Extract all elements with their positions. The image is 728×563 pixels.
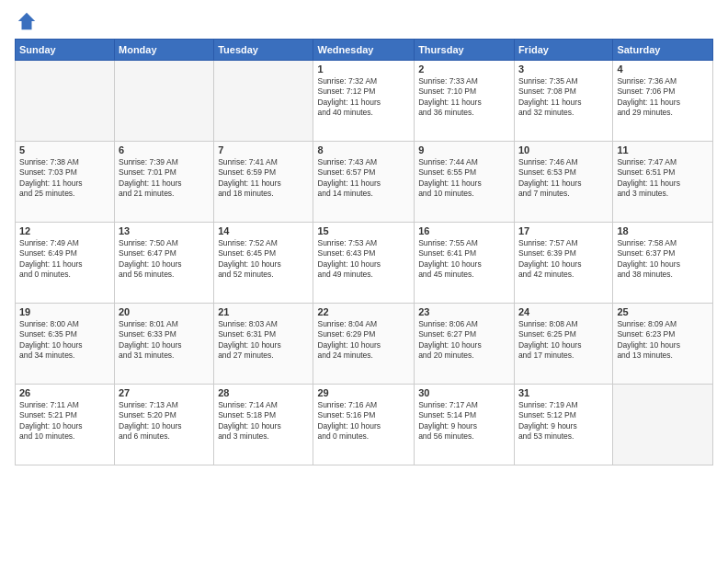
day-info: Sunrise: 7:35 AM Sunset: 7:08 PM Dayligh… [518, 76, 609, 119]
day-number: 4 [617, 63, 709, 75]
day-number: 29 [317, 387, 410, 398]
day-info: Sunrise: 7:46 AM Sunset: 6:53 PM Dayligh… [518, 157, 609, 200]
day-number: 16 [418, 225, 510, 236]
day-number: 13 [119, 225, 210, 236]
day-info: Sunrise: 7:44 AM Sunset: 6:55 PM Dayligh… [418, 157, 510, 200]
day-number: 21 [218, 306, 309, 317]
day-info: Sunrise: 7:11 AM Sunset: 5:21 PM Dayligh… [19, 400, 110, 442]
weekday-header: Tuesday [214, 40, 313, 61]
calendar-week-row: 26Sunrise: 7:11 AM Sunset: 5:21 PM Dayli… [16, 385, 713, 465]
day-number: 9 [418, 144, 510, 155]
day-number: 25 [617, 306, 709, 317]
calendar-cell: 18Sunrise: 7:58 AM Sunset: 6:37 PM Dayli… [613, 223, 713, 304]
day-number: 6 [119, 144, 210, 155]
day-info: Sunrise: 8:00 AM Sunset: 6:35 PM Dayligh… [19, 319, 110, 362]
calendar-cell: 7Sunrise: 7:41 AM Sunset: 6:59 PM Daylig… [214, 142, 313, 223]
day-info: Sunrise: 7:39 AM Sunset: 7:01 PM Dayligh… [119, 157, 210, 200]
day-number: 30 [418, 387, 510, 398]
day-number: 17 [518, 225, 609, 236]
weekday-header: Wednesday [313, 40, 415, 61]
calendar-cell: 9Sunrise: 7:44 AM Sunset: 6:55 PM Daylig… [415, 142, 515, 223]
calendar-cell: 23Sunrise: 8:06 AM Sunset: 6:27 PM Dayli… [415, 304, 515, 385]
day-number: 10 [518, 144, 609, 155]
weekday-header: Friday [514, 40, 612, 61]
calendar: SundayMondayTuesdayWednesdayThursdayFrid… [15, 39, 713, 465]
calendar-cell [214, 61, 313, 142]
weekday-header: Sunday [16, 40, 115, 61]
calendar-cell: 24Sunrise: 8:08 AM Sunset: 6:25 PM Dayli… [514, 304, 612, 385]
logo-icon [17, 11, 37, 31]
day-number: 24 [518, 306, 609, 317]
weekday-header: Thursday [415, 40, 515, 61]
day-number: 8 [317, 144, 410, 155]
day-number: 1 [317, 63, 410, 75]
logo [15, 11, 37, 31]
day-info: Sunrise: 7:47 AM Sunset: 6:51 PM Dayligh… [617, 157, 709, 200]
calendar-cell: 4Sunrise: 7:36 AM Sunset: 7:06 PM Daylig… [613, 61, 713, 142]
page: SundayMondayTuesdayWednesdayThursdayFrid… [0, 0, 728, 563]
calendar-cell: 2Sunrise: 7:33 AM Sunset: 7:10 PM Daylig… [415, 61, 515, 142]
day-info: Sunrise: 7:19 AM Sunset: 5:12 PM Dayligh… [518, 400, 609, 442]
calendar-cell: 20Sunrise: 8:01 AM Sunset: 6:33 PM Dayli… [115, 304, 214, 385]
day-number: 20 [119, 306, 210, 317]
weekday-header-row: SundayMondayTuesdayWednesdayThursdayFrid… [16, 40, 713, 61]
calendar-cell: 11Sunrise: 7:47 AM Sunset: 6:51 PM Dayli… [613, 142, 713, 223]
day-info: Sunrise: 7:33 AM Sunset: 7:10 PM Dayligh… [418, 76, 510, 119]
calendar-cell: 28Sunrise: 7:14 AM Sunset: 5:18 PM Dayli… [214, 385, 313, 465]
day-info: Sunrise: 7:53 AM Sunset: 6:43 PM Dayligh… [317, 238, 410, 281]
day-number: 12 [19, 225, 110, 236]
day-info: Sunrise: 7:57 AM Sunset: 6:39 PM Dayligh… [518, 238, 609, 281]
day-info: Sunrise: 8:09 AM Sunset: 6:23 PM Dayligh… [617, 319, 709, 362]
day-number: 11 [617, 144, 709, 155]
calendar-cell: 21Sunrise: 8:03 AM Sunset: 6:31 PM Dayli… [214, 304, 313, 385]
calendar-cell: 19Sunrise: 8:00 AM Sunset: 6:35 PM Dayli… [16, 304, 115, 385]
calendar-cell: 5Sunrise: 7:38 AM Sunset: 7:03 PM Daylig… [16, 142, 115, 223]
calendar-cell: 16Sunrise: 7:55 AM Sunset: 6:41 PM Dayli… [415, 223, 515, 304]
calendar-cell: 8Sunrise: 7:43 AM Sunset: 6:57 PM Daylig… [313, 142, 415, 223]
calendar-cell: 27Sunrise: 7:13 AM Sunset: 5:20 PM Dayli… [115, 385, 214, 465]
day-info: Sunrise: 8:03 AM Sunset: 6:31 PM Dayligh… [218, 319, 309, 362]
day-info: Sunrise: 7:49 AM Sunset: 6:49 PM Dayligh… [19, 238, 110, 281]
day-info: Sunrise: 7:16 AM Sunset: 5:16 PM Dayligh… [317, 400, 410, 442]
calendar-cell: 10Sunrise: 7:46 AM Sunset: 6:53 PM Dayli… [514, 142, 612, 223]
day-info: Sunrise: 7:13 AM Sunset: 5:20 PM Dayligh… [119, 400, 210, 442]
calendar-week-row: 5Sunrise: 7:38 AM Sunset: 7:03 PM Daylig… [16, 142, 713, 223]
day-number: 2 [418, 63, 510, 75]
day-info: Sunrise: 7:36 AM Sunset: 7:06 PM Dayligh… [617, 76, 709, 119]
weekday-header: Saturday [613, 40, 713, 61]
day-number: 26 [19, 387, 110, 398]
calendar-cell: 17Sunrise: 7:57 AM Sunset: 6:39 PM Dayli… [514, 223, 612, 304]
calendar-cell: 3Sunrise: 7:35 AM Sunset: 7:08 PM Daylig… [514, 61, 612, 142]
calendar-cell: 1Sunrise: 7:32 AM Sunset: 7:12 PM Daylig… [313, 61, 415, 142]
day-info: Sunrise: 7:58 AM Sunset: 6:37 PM Dayligh… [617, 238, 709, 281]
day-info: Sunrise: 8:06 AM Sunset: 6:27 PM Dayligh… [418, 319, 510, 362]
calendar-cell: 15Sunrise: 7:53 AM Sunset: 6:43 PM Dayli… [313, 223, 415, 304]
day-number: 22 [317, 306, 410, 317]
day-number: 5 [19, 144, 110, 155]
day-number: 3 [518, 63, 609, 75]
day-info: Sunrise: 8:04 AM Sunset: 6:29 PM Dayligh… [317, 319, 410, 362]
day-number: 14 [218, 225, 309, 236]
calendar-cell: 26Sunrise: 7:11 AM Sunset: 5:21 PM Dayli… [16, 385, 115, 465]
calendar-cell: 14Sunrise: 7:52 AM Sunset: 6:45 PM Dayli… [214, 223, 313, 304]
calendar-cell: 25Sunrise: 8:09 AM Sunset: 6:23 PM Dayli… [613, 304, 713, 385]
day-info: Sunrise: 7:17 AM Sunset: 5:14 PM Dayligh… [418, 400, 510, 442]
calendar-cell: 31Sunrise: 7:19 AM Sunset: 5:12 PM Dayli… [514, 385, 612, 465]
day-number: 7 [218, 144, 309, 155]
day-info: Sunrise: 7:14 AM Sunset: 5:18 PM Dayligh… [218, 400, 309, 442]
day-number: 18 [617, 225, 709, 236]
calendar-cell [613, 385, 713, 465]
calendar-cell: 30Sunrise: 7:17 AM Sunset: 5:14 PM Dayli… [415, 385, 515, 465]
day-info: Sunrise: 8:01 AM Sunset: 6:33 PM Dayligh… [119, 319, 210, 362]
day-info: Sunrise: 7:50 AM Sunset: 6:47 PM Dayligh… [119, 238, 210, 281]
day-number: 27 [119, 387, 210, 398]
weekday-header: Monday [115, 40, 214, 61]
calendar-cell: 12Sunrise: 7:49 AM Sunset: 6:49 PM Dayli… [16, 223, 115, 304]
day-info: Sunrise: 7:52 AM Sunset: 6:45 PM Dayligh… [218, 238, 309, 281]
day-info: Sunrise: 8:08 AM Sunset: 6:25 PM Dayligh… [518, 319, 609, 362]
day-number: 31 [518, 387, 609, 398]
calendar-cell [115, 61, 214, 142]
day-info: Sunrise: 7:32 AM Sunset: 7:12 PM Dayligh… [317, 76, 410, 119]
day-number: 28 [218, 387, 309, 398]
calendar-cell: 22Sunrise: 8:04 AM Sunset: 6:29 PM Dayli… [313, 304, 415, 385]
